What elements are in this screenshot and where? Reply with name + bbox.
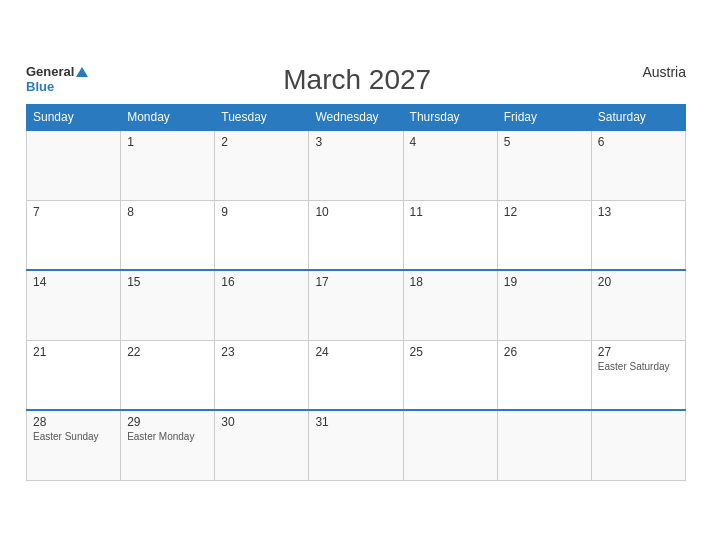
weekday-header-row: SundayMondayTuesdayWednesdayThursdayFrid… (27, 105, 686, 131)
calendar-cell: 30 (215, 410, 309, 480)
logo-blue-text: Blue (26, 79, 54, 94)
day-number: 2 (221, 135, 302, 149)
calendar-cell: 18 (403, 270, 497, 340)
day-number: 30 (221, 415, 302, 429)
day-number: 1 (127, 135, 208, 149)
day-number: 15 (127, 275, 208, 289)
day-number: 17 (315, 275, 396, 289)
month-title: March 2027 (88, 64, 626, 96)
day-number: 11 (410, 205, 491, 219)
day-number: 9 (221, 205, 302, 219)
calendar-cell: 25 (403, 340, 497, 410)
calendar-cell: 29Easter Monday (121, 410, 215, 480)
day-number: 5 (504, 135, 585, 149)
day-number: 14 (33, 275, 114, 289)
calendar-cell: 15 (121, 270, 215, 340)
calendar-container: General Blue March 2027 Austria SundayMo… (11, 54, 701, 496)
day-number: 27 (598, 345, 679, 359)
day-number: 26 (504, 345, 585, 359)
calendar-cell: 2 (215, 130, 309, 200)
calendar-cell: 5 (497, 130, 591, 200)
calendar-cell: 17 (309, 270, 403, 340)
calendar-cell: 16 (215, 270, 309, 340)
country-label: Austria (626, 64, 686, 80)
calendar-cell: 23 (215, 340, 309, 410)
weekday-header-wednesday: Wednesday (309, 105, 403, 131)
calendar-cell: 21 (27, 340, 121, 410)
day-number: 25 (410, 345, 491, 359)
week-row-4: 21222324252627Easter Saturday (27, 340, 686, 410)
calendar-cell: 10 (309, 200, 403, 270)
calendar-cell: 26 (497, 340, 591, 410)
day-number: 3 (315, 135, 396, 149)
event-label: Easter Monday (127, 431, 208, 442)
calendar-table: SundayMondayTuesdayWednesdayThursdayFrid… (26, 104, 686, 481)
weekday-header-tuesday: Tuesday (215, 105, 309, 131)
calendar-cell: 6 (591, 130, 685, 200)
day-number: 10 (315, 205, 396, 219)
calendar-cell (497, 410, 591, 480)
day-number: 24 (315, 345, 396, 359)
calendar-cell: 13 (591, 200, 685, 270)
day-number: 18 (410, 275, 491, 289)
calendar-cell: 27Easter Saturday (591, 340, 685, 410)
calendar-cell: 3 (309, 130, 403, 200)
calendar-cell: 12 (497, 200, 591, 270)
calendar-cell (403, 410, 497, 480)
logo-triangle-icon (76, 67, 88, 77)
week-row-5: 28Easter Sunday29Easter Monday3031 (27, 410, 686, 480)
weekday-header-saturday: Saturday (591, 105, 685, 131)
day-number: 6 (598, 135, 679, 149)
day-number: 21 (33, 345, 114, 359)
day-number: 4 (410, 135, 491, 149)
calendar-cell: 4 (403, 130, 497, 200)
calendar-cell (27, 130, 121, 200)
calendar-cell: 9 (215, 200, 309, 270)
event-label: Easter Saturday (598, 361, 679, 372)
calendar-cell: 28Easter Sunday (27, 410, 121, 480)
calendar-cell: 31 (309, 410, 403, 480)
day-number: 19 (504, 275, 585, 289)
day-number: 16 (221, 275, 302, 289)
day-number: 20 (598, 275, 679, 289)
calendar-cell: 7 (27, 200, 121, 270)
calendar-cell: 22 (121, 340, 215, 410)
weekday-header-thursday: Thursday (403, 105, 497, 131)
day-number: 23 (221, 345, 302, 359)
calendar-cell (591, 410, 685, 480)
calendar-cell: 11 (403, 200, 497, 270)
calendar-cell: 1 (121, 130, 215, 200)
day-number: 22 (127, 345, 208, 359)
calendar-cell: 14 (27, 270, 121, 340)
weekday-header-friday: Friday (497, 105, 591, 131)
day-number: 31 (315, 415, 396, 429)
week-row-3: 14151617181920 (27, 270, 686, 340)
day-number: 28 (33, 415, 114, 429)
day-number: 29 (127, 415, 208, 429)
day-number: 13 (598, 205, 679, 219)
week-row-1: 123456 (27, 130, 686, 200)
event-label: Easter Sunday (33, 431, 114, 442)
day-number: 8 (127, 205, 208, 219)
calendar-cell: 19 (497, 270, 591, 340)
logo: General Blue (26, 64, 88, 94)
weekday-header-sunday: Sunday (27, 105, 121, 131)
day-number: 12 (504, 205, 585, 219)
calendar-cell: 8 (121, 200, 215, 270)
calendar-cell: 20 (591, 270, 685, 340)
day-number: 7 (33, 205, 114, 219)
calendar-header: General Blue March 2027 Austria (26, 64, 686, 96)
calendar-cell: 24 (309, 340, 403, 410)
logo-general-text: General (26, 64, 74, 79)
weekday-header-monday: Monday (121, 105, 215, 131)
week-row-2: 78910111213 (27, 200, 686, 270)
